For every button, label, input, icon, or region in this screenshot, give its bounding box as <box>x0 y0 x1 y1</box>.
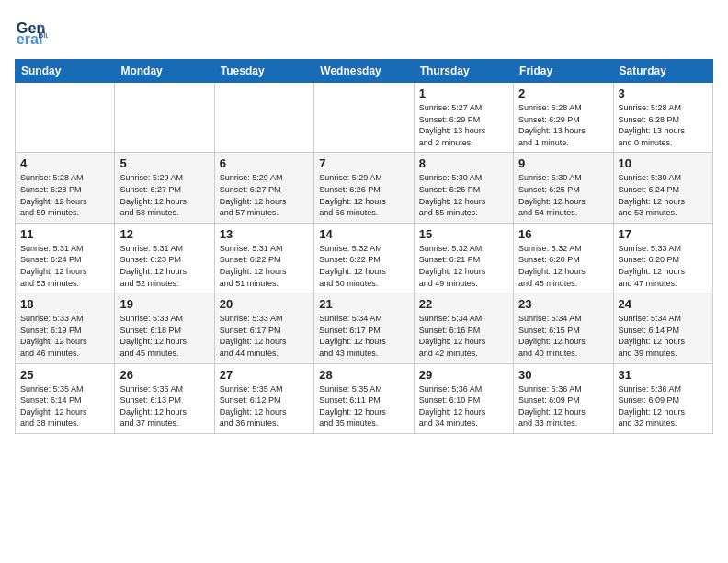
day-info: Sunrise: 5:30 AM Sunset: 6:24 PM Dayligh… <box>619 172 708 218</box>
calendar-cell: 21Sunrise: 5:34 AM Sunset: 6:17 PM Dayli… <box>314 293 414 363</box>
day-info: Sunrise: 5:33 AM Sunset: 6:20 PM Dayligh… <box>619 243 708 289</box>
calendar-cell: 27Sunrise: 5:35 AM Sunset: 6:12 PM Dayli… <box>214 363 313 433</box>
day-info: Sunrise: 5:28 AM Sunset: 6:28 PM Dayligh… <box>20 172 109 218</box>
day-info: Sunrise: 5:34 AM Sunset: 6:17 PM Dayligh… <box>319 313 408 359</box>
day-info: Sunrise: 5:35 AM Sunset: 6:11 PM Dayligh… <box>319 384 408 430</box>
calendar-week-2: 4Sunrise: 5:28 AM Sunset: 6:28 PM Daylig… <box>16 153 713 223</box>
calendar-cell: 31Sunrise: 5:36 AM Sunset: 6:09 PM Dayli… <box>613 363 712 433</box>
calendar-cell: 25Sunrise: 5:35 AM Sunset: 6:14 PM Dayli… <box>16 363 115 433</box>
calendar-cell: 6Sunrise: 5:29 AM Sunset: 6:27 PM Daylig… <box>214 153 313 223</box>
calendar-cell: 13Sunrise: 5:31 AM Sunset: 6:22 PM Dayli… <box>214 223 313 293</box>
calendar-cell: 5Sunrise: 5:29 AM Sunset: 6:27 PM Daylig… <box>115 153 214 223</box>
day-number: 9 <box>518 156 608 170</box>
day-info: Sunrise: 5:30 AM Sunset: 6:25 PM Dayligh… <box>518 172 608 218</box>
day-number: 15 <box>419 227 508 241</box>
calendar-cell: 15Sunrise: 5:32 AM Sunset: 6:21 PM Dayli… <box>414 223 513 293</box>
day-number: 28 <box>319 368 408 382</box>
day-number: 21 <box>319 297 408 311</box>
day-info: Sunrise: 5:27 AM Sunset: 6:29 PM Dayligh… <box>419 102 508 148</box>
calendar-table: SundayMondayTuesdayWednesdayThursdayFrid… <box>15 59 713 434</box>
calendar-cell: 17Sunrise: 5:33 AM Sunset: 6:20 PM Dayli… <box>613 223 712 293</box>
calendar-cell: 2Sunrise: 5:28 AM Sunset: 6:29 PM Daylig… <box>514 83 613 153</box>
day-number: 26 <box>119 368 209 382</box>
day-number: 17 <box>619 227 708 241</box>
logo-icon: Gen eral Blue <box>15 15 48 48</box>
day-info: Sunrise: 5:29 AM Sunset: 6:27 PM Dayligh… <box>220 172 309 218</box>
day-info: Sunrise: 5:35 AM Sunset: 6:14 PM Dayligh… <box>20 384 109 430</box>
calendar-cell: 14Sunrise: 5:32 AM Sunset: 6:22 PM Dayli… <box>314 223 414 293</box>
day-info: Sunrise: 5:31 AM Sunset: 6:24 PM Dayligh… <box>20 243 109 289</box>
day-number: 22 <box>419 297 508 311</box>
day-info: Sunrise: 5:36 AM Sunset: 6:09 PM Dayligh… <box>619 384 708 430</box>
calendar-cell: 12Sunrise: 5:31 AM Sunset: 6:23 PM Dayli… <box>115 223 214 293</box>
day-number: 13 <box>220 227 309 241</box>
calendar-week-4: 18Sunrise: 5:33 AM Sunset: 6:19 PM Dayli… <box>16 293 713 363</box>
day-number: 6 <box>220 156 309 170</box>
weekday-header-tuesday: Tuesday <box>214 60 313 83</box>
day-number: 18 <box>20 297 109 311</box>
day-info: Sunrise: 5:36 AM Sunset: 6:09 PM Dayligh… <box>518 384 608 430</box>
calendar-cell: 16Sunrise: 5:32 AM Sunset: 6:20 PM Dayli… <box>514 223 613 293</box>
day-number: 27 <box>220 368 309 382</box>
calendar-cell: 3Sunrise: 5:28 AM Sunset: 6:28 PM Daylig… <box>613 83 712 153</box>
calendar-cell: 4Sunrise: 5:28 AM Sunset: 6:28 PM Daylig… <box>16 153 115 223</box>
day-info: Sunrise: 5:33 AM Sunset: 6:19 PM Dayligh… <box>20 313 109 359</box>
calendar-cell: 22Sunrise: 5:34 AM Sunset: 6:16 PM Dayli… <box>414 293 513 363</box>
day-info: Sunrise: 5:32 AM Sunset: 6:22 PM Dayligh… <box>319 243 408 289</box>
calendar-cell: 20Sunrise: 5:33 AM Sunset: 6:17 PM Dayli… <box>214 293 313 363</box>
weekday-header-saturday: Saturday <box>613 60 712 83</box>
day-info: Sunrise: 5:28 AM Sunset: 6:29 PM Dayligh… <box>518 102 608 148</box>
day-number: 10 <box>619 156 708 170</box>
day-number: 23 <box>518 297 608 311</box>
calendar-cell: 23Sunrise: 5:34 AM Sunset: 6:15 PM Dayli… <box>514 293 613 363</box>
calendar-cell <box>16 83 115 153</box>
day-number: 11 <box>20 227 109 241</box>
calendar-cell: 28Sunrise: 5:35 AM Sunset: 6:11 PM Dayli… <box>314 363 414 433</box>
day-info: Sunrise: 5:31 AM Sunset: 6:23 PM Dayligh… <box>119 243 209 289</box>
weekday-header-wednesday: Wednesday <box>314 60 414 83</box>
weekday-header-thursday: Thursday <box>414 60 513 83</box>
day-info: Sunrise: 5:29 AM Sunset: 6:27 PM Dayligh… <box>119 172 209 218</box>
day-info: Sunrise: 5:29 AM Sunset: 6:26 PM Dayligh… <box>319 172 408 218</box>
calendar-week-1: 1Sunrise: 5:27 AM Sunset: 6:29 PM Daylig… <box>16 83 713 153</box>
day-number: 20 <box>220 297 309 311</box>
day-info: Sunrise: 5:34 AM Sunset: 6:14 PM Dayligh… <box>619 313 708 359</box>
calendar-body: 1Sunrise: 5:27 AM Sunset: 6:29 PM Daylig… <box>16 83 713 434</box>
weekday-header-friday: Friday <box>514 60 613 83</box>
day-number: 19 <box>119 297 209 311</box>
calendar-cell: 11Sunrise: 5:31 AM Sunset: 6:24 PM Dayli… <box>16 223 115 293</box>
day-info: Sunrise: 5:32 AM Sunset: 6:21 PM Dayligh… <box>419 243 508 289</box>
calendar-cell: 24Sunrise: 5:34 AM Sunset: 6:14 PM Dayli… <box>613 293 712 363</box>
day-info: Sunrise: 5:35 AM Sunset: 6:12 PM Dayligh… <box>220 384 309 430</box>
day-info: Sunrise: 5:36 AM Sunset: 6:10 PM Dayligh… <box>419 384 508 430</box>
calendar-cell: 9Sunrise: 5:30 AM Sunset: 6:25 PM Daylig… <box>514 153 613 223</box>
logo: Gen eral Blue <box>15 15 53 48</box>
day-number: 7 <box>319 156 408 170</box>
calendar-cell <box>214 83 313 153</box>
calendar-cell: 18Sunrise: 5:33 AM Sunset: 6:19 PM Dayli… <box>16 293 115 363</box>
calendar-cell: 8Sunrise: 5:30 AM Sunset: 6:26 PM Daylig… <box>414 153 513 223</box>
day-number: 25 <box>20 368 109 382</box>
day-number: 2 <box>518 86 608 100</box>
calendar-cell: 7Sunrise: 5:29 AM Sunset: 6:26 PM Daylig… <box>314 153 414 223</box>
calendar-cell: 26Sunrise: 5:35 AM Sunset: 6:13 PM Dayli… <box>115 363 214 433</box>
day-info: Sunrise: 5:33 AM Sunset: 6:18 PM Dayligh… <box>119 313 209 359</box>
calendar-cell <box>115 83 214 153</box>
weekday-header-sunday: Sunday <box>16 60 115 83</box>
calendar-cell: 1Sunrise: 5:27 AM Sunset: 6:29 PM Daylig… <box>414 83 513 153</box>
calendar-header-row: SundayMondayTuesdayWednesdayThursdayFrid… <box>16 60 713 83</box>
calendar-cell: 10Sunrise: 5:30 AM Sunset: 6:24 PM Dayli… <box>613 153 712 223</box>
day-info: Sunrise: 5:35 AM Sunset: 6:13 PM Dayligh… <box>119 384 209 430</box>
calendar-week-5: 25Sunrise: 5:35 AM Sunset: 6:14 PM Dayli… <box>16 363 713 433</box>
day-info: Sunrise: 5:34 AM Sunset: 6:15 PM Dayligh… <box>518 313 608 359</box>
calendar-week-3: 11Sunrise: 5:31 AM Sunset: 6:24 PM Dayli… <box>16 223 713 293</box>
day-info: Sunrise: 5:30 AM Sunset: 6:26 PM Dayligh… <box>419 172 508 218</box>
day-number: 12 <box>119 227 209 241</box>
day-number: 8 <box>419 156 508 170</box>
day-info: Sunrise: 5:32 AM Sunset: 6:20 PM Dayligh… <box>518 243 608 289</box>
day-number: 3 <box>619 86 708 100</box>
day-info: Sunrise: 5:31 AM Sunset: 6:22 PM Dayligh… <box>220 243 309 289</box>
calendar-cell: 29Sunrise: 5:36 AM Sunset: 6:10 PM Dayli… <box>414 363 513 433</box>
day-number: 4 <box>20 156 109 170</box>
day-info: Sunrise: 5:34 AM Sunset: 6:16 PM Dayligh… <box>419 313 508 359</box>
